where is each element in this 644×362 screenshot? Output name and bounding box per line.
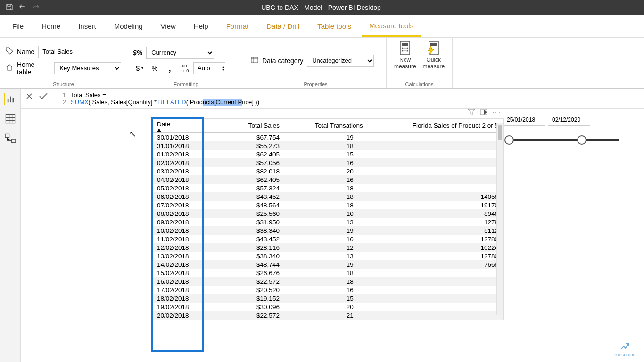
group-label-calculations: Calculations: [392, 81, 446, 87]
thousands-button[interactable]: ,: [163, 62, 176, 75]
table-row[interactable]: 05/02/2018$57,32418: [152, 184, 503, 192]
tab-format[interactable]: Format: [219, 16, 256, 36]
svg-rect-12: [10, 97, 11, 103]
col-florida-sales[interactable]: Florida Sales of Product 2 or 5: [368, 119, 503, 133]
more-options-icon[interactable]: ···: [492, 109, 501, 118]
sort-asc-icon: ▲: [157, 128, 217, 131]
decrease-decimals-icon[interactable]: .00→.0: [178, 62, 191, 75]
col-total-sales[interactable]: Total Sales: [222, 119, 284, 133]
table-row[interactable]: 08/02/2018$25,560108946: [152, 209, 503, 218]
table-visual[interactable]: ··· Date▲ Total Sales Total Transations …: [152, 118, 504, 320]
table-row[interactable]: 09/02/2018$31,950131278: [152, 218, 503, 226]
svg-rect-14: [6, 114, 15, 123]
slicer-from-input[interactable]: [503, 114, 545, 126]
table-row[interactable]: 04/02/2018$62,40516: [152, 175, 503, 184]
table-row[interactable]: 10/02/2018$38,340195112: [152, 226, 503, 235]
table-row[interactable]: 20/02/2018$22,57221: [152, 311, 503, 320]
decimals-up-icon[interactable]: ▲: [222, 65, 225, 68]
table-row[interactable]: 11/02/2018$43,4521612780: [152, 235, 503, 243]
svg-point-4: [405, 48, 406, 49]
svg-rect-10: [430, 43, 437, 46]
workspace: 1Total Sales = 2SUMX( Sales, Sales[Quant…: [21, 89, 644, 362]
currency-button[interactable]: $ ▾: [133, 62, 146, 75]
table-row[interactable]: 06/02/2018$43,4521814058: [152, 192, 503, 201]
table-scrollbar[interactable]: [496, 123, 503, 315]
tab-help[interactable]: Help: [186, 16, 216, 36]
slicer-rail: [508, 139, 619, 141]
ribbon-tabs: File Home Insert Modeling View Help Form…: [0, 15, 644, 38]
tab-file[interactable]: File: [5, 16, 31, 36]
table-row[interactable]: 02/02/2018$57,05616: [152, 158, 503, 167]
table-row[interactable]: 12/02/2018$28,1161210224: [152, 243, 503, 252]
window-title: UBG to DAX - Model - Power BI Desktop: [45, 4, 597, 11]
calculator-icon: [397, 41, 413, 56]
table-row[interactable]: 14/02/2018$48,744197668: [152, 260, 503, 269]
data-category-select[interactable]: Uncategorized: [307, 55, 374, 67]
tab-home[interactable]: Home: [34, 16, 68, 36]
decimals-down-icon[interactable]: ▼: [222, 68, 225, 72]
titlebar: UBG to DAX - Model - Power BI Desktop: [0, 0, 644, 15]
undo-icon[interactable]: [19, 3, 26, 12]
tab-insert[interactable]: Insert: [71, 16, 104, 36]
svg-point-6: [402, 50, 404, 52]
svg-rect-16: [11, 139, 15, 142]
formula-cancel-icon[interactable]: [25, 92, 33, 101]
table-row[interactable]: 03/02/2018$82,01820: [152, 167, 503, 175]
table-row[interactable]: 13/02/2018$38,3401312780: [152, 252, 503, 260]
tab-data-drill[interactable]: Data / Drill: [259, 16, 307, 36]
save-icon[interactable]: [6, 3, 13, 12]
table-row[interactable]: 18/02/2018$19,15215: [152, 294, 503, 303]
svg-rect-15: [5, 134, 9, 137]
quick-measure-button[interactable]: Quick measure: [421, 41, 447, 70]
decimals-input[interactable]: [193, 62, 225, 74]
home-table-select[interactable]: Key Measures: [54, 62, 121, 74]
date-slicer[interactable]: [503, 114, 625, 145]
col-date[interactable]: Date▲: [152, 119, 222, 133]
slicer-to-input[interactable]: [548, 114, 590, 126]
home-icon: [6, 64, 13, 73]
tag-icon: [6, 47, 13, 56]
svg-point-8: [407, 50, 408, 52]
svg-point-7: [405, 50, 406, 52]
table-row[interactable]: 31/01/2018$55,27318: [152, 141, 503, 150]
col-total-transactions[interactable]: Total Transations: [284, 119, 368, 133]
table-row[interactable]: 19/02/2018$30,09620: [152, 303, 503, 311]
tab-measure-tools[interactable]: Measure tools: [362, 16, 421, 37]
category-icon: [251, 56, 258, 65]
report-view-icon[interactable]: [4, 93, 15, 105]
redo-icon[interactable]: [32, 3, 40, 12]
subscribe-watermark: SUBSCRIBE: [614, 342, 636, 357]
report-canvas[interactable]: ↖ ···: [21, 109, 644, 362]
svg-rect-11: [8, 99, 9, 102]
data-view-icon[interactable]: [5, 113, 16, 124]
quick-calculator-icon: [426, 41, 441, 56]
ribbon: Name Home table Key Measures Structure $…: [0, 38, 644, 89]
slicer-handle-right[interactable]: [577, 135, 586, 145]
formula-commit-icon[interactable]: [39, 92, 48, 101]
table-row[interactable]: 15/02/2018$26,67618: [152, 269, 503, 277]
table-row[interactable]: 16/02/2018$22,57218: [152, 277, 503, 286]
format-select[interactable]: Currency: [146, 47, 214, 59]
svg-rect-0: [251, 57, 258, 63]
percent-button[interactable]: %: [148, 62, 161, 75]
new-measure-button[interactable]: New measure: [392, 41, 418, 70]
formula-text[interactable]: 1Total Sales = 2SUMX( Sales, Sales[Quant…: [58, 91, 639, 106]
tab-table-tools[interactable]: Table tools: [310, 16, 359, 36]
slicer-handle-left[interactable]: [504, 135, 514, 145]
table-row[interactable]: 30/01/2018$67,75419: [152, 133, 503, 142]
svg-point-5: [407, 48, 408, 49]
focus-mode-icon[interactable]: [480, 109, 487, 118]
table-row[interactable]: 17/02/2018$20,52016: [152, 286, 503, 294]
svg-rect-13: [13, 98, 14, 102]
model-view-icon[interactable]: [5, 133, 16, 144]
group-label-formatting: Formatting: [133, 81, 239, 87]
tab-view[interactable]: View: [153, 16, 183, 36]
measure-name-input[interactable]: [38, 46, 105, 58]
cursor-icon: ↖: [129, 129, 136, 139]
formula-bar[interactable]: 1Total Sales = 2SUMX( Sales, Sales[Quant…: [21, 89, 644, 109]
table-row[interactable]: 01/02/2018$62,40515: [152, 150, 503, 158]
table-row[interactable]: 07/02/2018$48,5641819170: [152, 201, 503, 209]
filter-icon[interactable]: [468, 109, 475, 118]
tab-modeling[interactable]: Modeling: [107, 16, 150, 36]
data-category-label: Data category: [262, 57, 303, 65]
